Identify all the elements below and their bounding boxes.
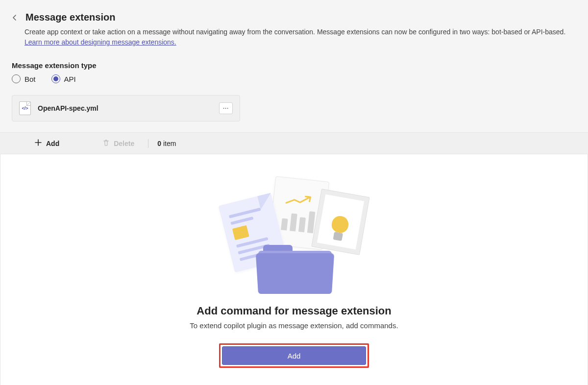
toolbar-delete-button: Delete (98, 137, 139, 150)
file-code-icon: </> (19, 101, 31, 115)
extension-type-radio-group: Bot API (12, 74, 576, 83)
empty-state-title: Add command for message extension (196, 305, 391, 317)
plus-icon (34, 139, 42, 148)
empty-state-illustration (223, 179, 365, 294)
back-chevron-icon[interactable] (12, 15, 18, 21)
empty-state-subtitle: To extend copilot plugin as message exte… (190, 321, 398, 330)
add-button-highlight: Add (219, 343, 369, 368)
toolbar-add-button[interactable]: Add (29, 137, 64, 150)
extension-type-label: Message extension type (12, 61, 576, 70)
radio-circle-icon (12, 74, 21, 83)
page-description: Create app context or take action on a m… (24, 27, 576, 48)
radio-circle-selected-icon (51, 74, 60, 83)
radio-api-label: API (64, 75, 76, 83)
add-command-button[interactable]: Add (222, 346, 366, 365)
openapi-spec-file-card[interactable]: </> OpenAPI-spec.yml ··· (12, 95, 240, 121)
item-count: 0 item (157, 140, 176, 147)
commands-toolbar: Add Delete 0 item (0, 132, 588, 154)
toolbar-divider (148, 139, 148, 148)
radio-bot[interactable]: Bot (12, 74, 36, 83)
learn-more-link[interactable]: Learn more about designing message exten… (24, 38, 176, 46)
radio-api[interactable]: API (51, 74, 76, 83)
file-more-button[interactable]: ··· (219, 102, 233, 114)
file-name: OpenAPI-spec.yml (38, 104, 212, 112)
radio-bot-label: Bot (24, 75, 36, 83)
page-title: Message extension (25, 12, 115, 23)
commands-empty-panel: Add command for message extension To ext… (0, 154, 588, 385)
trash-icon (102, 139, 110, 148)
